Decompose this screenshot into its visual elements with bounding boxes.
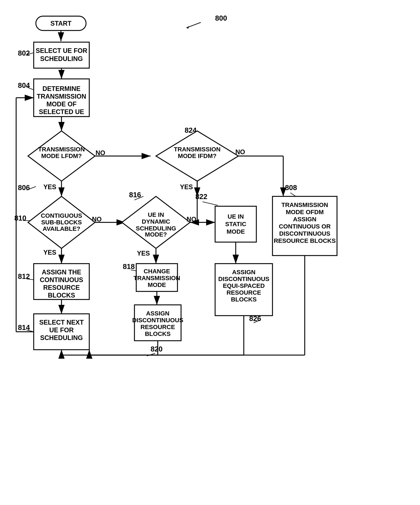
ref-820: 820: [150, 345, 163, 353]
no-ifdm: NO: [235, 148, 245, 156]
node-808-l2: MODE OFDM: [286, 208, 324, 215]
diamond-dyn-l2: DYNAMIC: [142, 218, 170, 225]
diamond-ifdm-l2: MODE IFDM?: [178, 152, 216, 159]
ref-826: 826: [249, 315, 261, 322]
ref-816: 816: [129, 191, 141, 199]
node-818-l1: CHANGE: [144, 268, 170, 275]
node-assign-disc-l2: DISCONTINUOUS: [132, 317, 183, 323]
node-804-l1: DETERMINE: [43, 85, 81, 92]
node-equi-l3: EQUI-SPACED: [223, 282, 265, 289]
start-node: START: [50, 20, 71, 27]
yes-lfdm: YES: [43, 183, 56, 191]
ref-800: 800: [215, 14, 227, 22]
node-assign-disc-l4: BLOCKS: [145, 330, 171, 337]
node-812-l3: RESOURCE: [43, 284, 80, 291]
diamond-cont-l2: SUB-BLOCKS: [41, 219, 82, 226]
ref-804: 804: [18, 82, 30, 89]
node-802-l2: SCHEDULING: [40, 55, 83, 63]
ref-802: 802: [18, 49, 30, 57]
node-812-l4: BLOCKS: [48, 292, 75, 299]
node-802: SELECT UE FOR: [36, 47, 87, 54]
node-equi-l4: RESOURCE: [226, 289, 261, 296]
node-804-l4: SELECTED UE: [39, 108, 84, 115]
diamond-ifdm-l1: TRANSMISSION: [174, 146, 221, 153]
diamond-dyn-l4: MODE?: [145, 231, 167, 238]
diamond-dyn-l3: SCHEDULING: [136, 225, 176, 232]
svg-line-42: [203, 202, 218, 205]
node-808-l3: ASSIGN: [293, 216, 316, 222]
node-static-l1: UE IN: [228, 213, 244, 220]
no-lfdm: NO: [95, 149, 105, 157]
node-804-l2: TRANSMISSION: [37, 93, 86, 100]
node-804-l3: MODE OF: [46, 101, 76, 108]
node-814-l3: SCHEDULING: [40, 334, 83, 341]
ref-806: 806: [18, 184, 30, 191]
node-assign-disc-l3: RESOURCE: [141, 323, 175, 330]
node-equi-l2: DISCONTINUOUS: [218, 275, 269, 282]
node-814-l1: SELECT NEXT: [39, 319, 84, 326]
node-808-l5: DISCONTINUOUS: [279, 230, 330, 237]
node-814-l2: UE FOR: [49, 326, 74, 334]
flowchart-diagram: 800 START 802 SELECT UE FOR SCHEDULING 8…: [0, 0, 420, 505]
no-dynamic: NO: [187, 215, 196, 223]
node-818-l3: MODE: [148, 281, 166, 288]
diamond-cont-l3: AVAILABLE?: [43, 225, 80, 232]
ref-818: 818: [123, 263, 135, 271]
node-818-l2: TRANSMISSION: [133, 275, 180, 281]
node-static-l2: STATIC: [225, 221, 246, 227]
node-808-l4: CONTINUOUS OR: [279, 223, 331, 230]
diamond-cont-l1: CONTIGUOUS: [41, 212, 82, 219]
ref-808: 808: [285, 184, 297, 191]
node-equi-l5: BLOCKS: [231, 296, 257, 303]
node-812-l2: CONTINUOUS: [40, 276, 83, 284]
node-808-l6: RESOURCE BLOCKS: [274, 237, 336, 244]
diamond-lfdm-l2: MODE LFDM?: [41, 152, 82, 159]
node-812-l1: ASSIGN THE: [42, 268, 81, 276]
yes-ifdm: YES: [180, 183, 193, 191]
node-808-l1: TRANSMISSION: [282, 201, 328, 208]
node-static-l3: MODE: [226, 228, 245, 235]
diamond-dyn-l1: UE IN: [148, 211, 164, 218]
node-assign-disc-l1: ASSIGN: [146, 310, 169, 317]
yes-dynamic: YES: [137, 250, 150, 257]
diamond-lfdm-l1: TRANSMISSION: [38, 146, 85, 153]
no-contiguous: NO: [92, 215, 102, 223]
yes-contiguous: YES: [43, 249, 56, 256]
svg-line-28: [290, 193, 296, 196]
node-equi-l1: ASSIGN: [232, 269, 256, 275]
